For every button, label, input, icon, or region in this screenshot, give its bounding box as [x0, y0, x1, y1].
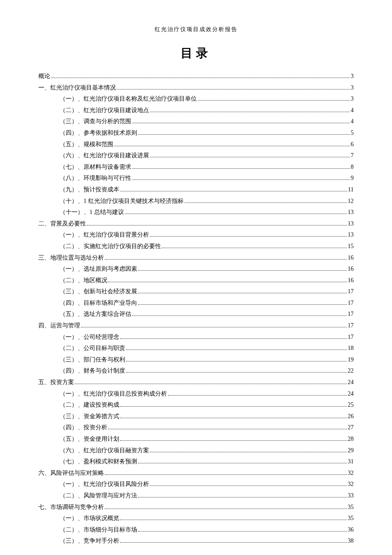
toc-leader-dots — [105, 509, 347, 509]
toc-leader-dots — [120, 440, 347, 441]
toc-entry-page: 29 — [348, 445, 354, 457]
toc-leader-dots — [132, 179, 350, 180]
toc-leader-dots — [150, 452, 347, 452]
toc-entry: （五）、资金使用计划28 — [38, 434, 354, 445]
toc-entry: （五）、选址方案综合评估17 — [38, 309, 354, 320]
toc-entry-label: 概论 — [38, 71, 50, 82]
toc-entry-page: 4 — [351, 116, 354, 127]
toc-leader-dots — [168, 395, 347, 396]
toc-leader-dots — [126, 372, 347, 373]
toc-entry: 七、市场调研与竞争分析35 — [38, 502, 354, 513]
toc-entry-page: 13 — [348, 229, 354, 241]
toc-entry-page: 32 — [348, 468, 354, 479]
toc-entry-label: （三）、创新与社会经济发展 — [38, 286, 137, 298]
toc-entry-label: （三）、竞争对手分析 — [38, 535, 119, 547]
toc-entry: （三）、部门任务与权利19 — [38, 354, 354, 366]
toc-leader-dots — [114, 146, 350, 146]
toc-entry: （二）、建设投资构成25 — [38, 399, 354, 411]
toc-entry: （二）、地区概况16 — [38, 275, 354, 286]
toc-entry: （四）、参考依据和技术原则5 — [38, 127, 354, 139]
toc-leader-dots — [75, 384, 347, 384]
toc-entry-label: （十一）、1 总结与建议 — [38, 207, 124, 218]
toc-entry: （一）、选址原则与考虑因素16 — [38, 263, 354, 275]
toc-leader-dots — [150, 486, 347, 486]
toc-entry: （三）、资金筹措方式26 — [38, 411, 354, 422]
toc-entry-label: （三）、部门任务与权利 — [38, 354, 125, 366]
toc-entry-page: 13 — [348, 207, 354, 218]
toc-entry: 一、红光治疗仪项目基本情况3 — [38, 82, 354, 94]
toc-entry-page: 9 — [351, 173, 354, 184]
toc-entry-page: 13 — [348, 218, 354, 230]
toc-entry-label: （一）、红光治疗仪项目名称及红光治疗仪项目单位 — [38, 93, 197, 105]
toc-entry-page: 17 — [348, 332, 354, 343]
toc-entry-page: 7 — [351, 150, 354, 162]
toc-entry-label: （四）、参考依据和技术原则 — [38, 127, 137, 139]
toc-leader-dots — [87, 225, 347, 225]
toc-entry-page: 19 — [348, 354, 354, 366]
toc-entry-page: 24 — [348, 377, 354, 388]
toc-leader-dots — [138, 304, 347, 305]
toc-leader-dots — [126, 361, 347, 361]
toc-entry-page: 28 — [348, 434, 354, 445]
toc-entry-label: （七）、盈利模式和财务预测 — [38, 456, 137, 468]
toc-entry: 四、运营与管理17 — [38, 320, 354, 332]
toc-leader-dots — [81, 327, 347, 327]
toc-leader-dots — [138, 531, 347, 532]
toc-leader-dots — [125, 214, 347, 214]
toc-entry-label: （一）、公司经营理念 — [38, 332, 119, 343]
toc-entry-page: 3 — [351, 93, 354, 105]
toc-entry: （十）、1 红光治疗仪项目关键技术与经济指标12 — [38, 196, 354, 207]
toc-leader-dots — [184, 202, 347, 203]
toc-entry-label: （一）、红光治疗仪项目风险分析 — [38, 479, 149, 490]
toc-entry: （二）、风险管理与应对方法33 — [38, 490, 354, 502]
toc-entry-label: 四、运营与管理 — [38, 320, 80, 332]
toc-entry: 五、投资方案24 — [38, 377, 354, 388]
toc-entry-page: 17 — [348, 309, 354, 320]
toc-entry: （一）、红光治疗仪项目风险分析32 — [38, 479, 354, 490]
toc-entry-page: 16 — [348, 263, 354, 275]
toc-entry-page: 16 — [348, 252, 354, 264]
toc-entry-label: （六）、红光治疗仪项目融资方案 — [38, 445, 149, 457]
toc-entry-label: （二）、市场细分与目标市场 — [38, 524, 137, 536]
toc-entry-page: 12 — [348, 196, 354, 207]
toc-entry: （五）、规模和范围6 — [38, 139, 354, 150]
toc-leader-dots — [108, 282, 347, 282]
toc-entry-page: 26 — [348, 411, 354, 422]
toc-entry-page: 24 — [348, 388, 354, 400]
toc-entry-label: 三、地理位置与选址分析 — [38, 252, 104, 264]
toc-entry-page: 38 — [348, 535, 354, 547]
toc-entry-page: 27 — [348, 422, 354, 434]
toc-leader-dots — [198, 100, 350, 101]
toc-entry-page: 31 — [348, 456, 354, 468]
toc-leader-dots — [132, 168, 350, 169]
toc-entry-label: 一、红光治疗仪项目基本情况 — [38, 82, 116, 94]
toc-leader-dots — [117, 89, 350, 90]
toc-leader-dots — [138, 463, 347, 463]
toc-entry: （四）、投资分析27 — [38, 422, 354, 434]
toc-entry: （一）、市场状况概览35 — [38, 513, 354, 524]
toc-leader-dots — [120, 542, 347, 543]
toc-entry-label: （七）、原材料与设备需求 — [38, 162, 131, 173]
toc-entry: （三）、调查与分析的范围4 — [38, 116, 354, 127]
toc-leader-dots — [105, 474, 347, 475]
toc-entry-page: 18 — [348, 343, 354, 354]
toc-entry: 二、背景及必要性13 — [38, 218, 354, 230]
toc-entry-label: （六）、红光治疗仪项目建设进展 — [38, 150, 149, 162]
toc-entry: （七）、原材料与设备需求8 — [38, 162, 354, 173]
toc-entry-page: 17 — [348, 298, 354, 309]
toc-entry-label: 七、市场调研与竞争分析 — [38, 502, 104, 513]
toc-entry-label: （二）、红光治疗仪项目建设地点 — [38, 105, 149, 116]
toc-entry-page: 3 — [351, 71, 354, 82]
toc-leader-dots — [150, 157, 350, 157]
toc-entry-page: 17 — [348, 286, 354, 298]
toc-entry: （三）、创新与社会经济发展17 — [38, 286, 354, 298]
toc-entry-label: （二）、实施红光治疗仪项目的必要性 — [38, 241, 161, 252]
toc-entry: （一）、红光治疗仪项目背景分析13 — [38, 229, 354, 241]
toc-entry-label: （四）、财务与会计制度 — [38, 365, 125, 377]
toc-entry-page: 6 — [351, 139, 354, 150]
toc-entry-page: 5 — [351, 127, 354, 139]
toc-entry: （九）、预计投资成本11 — [38, 184, 354, 196]
toc-entry-label: （三）、资金筹措方式 — [38, 411, 119, 422]
toc-entry-page: 22 — [348, 365, 354, 377]
toc-entry-label: （一）、红光治疗仪项目总投资构成分析 — [38, 388, 167, 400]
